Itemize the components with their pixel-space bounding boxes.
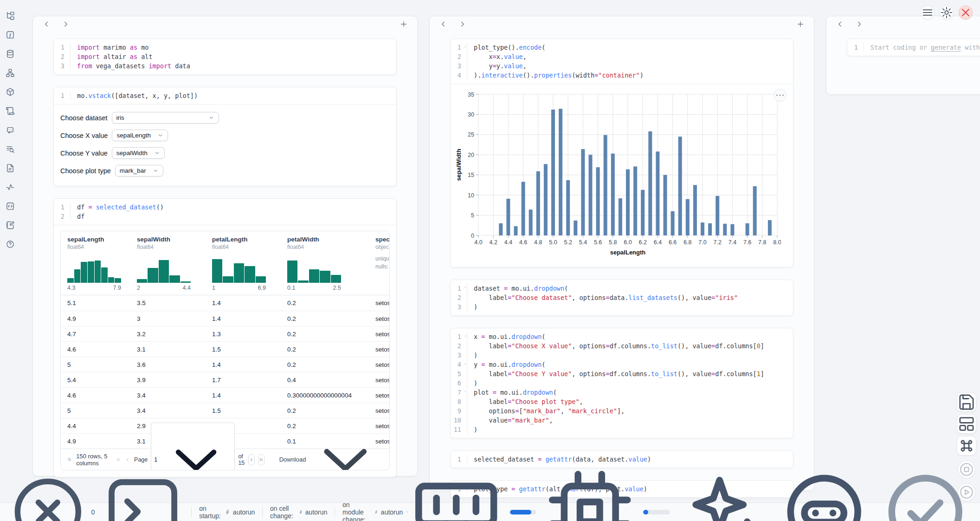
chart-bar[interactable] (693, 185, 697, 235)
choose-x-value-select[interactable]: sepalLength (112, 130, 168, 141)
save-button[interactable] (957, 392, 976, 412)
column-name[interactable]: speci (375, 236, 377, 243)
code-editor[interactable]: 1import marimo as mo2import altair as al… (54, 39, 396, 74)
code-editor[interactable]: 1⌄plot_type().encode(2 x=x.value,3 y=y.v… (451, 39, 793, 84)
fold-chevron-icon[interactable]: ⌄ (464, 285, 466, 289)
table-row[interactable]: 5.13.51.40.2setos (61, 295, 389, 311)
chart-bar[interactable] (648, 131, 652, 235)
shutdown-button[interactable] (959, 6, 973, 20)
cell-vstack[interactable]: 1mo.vstack([dataset, x, y, plot]) Choose… (53, 87, 397, 186)
chart-bar[interactable] (626, 169, 630, 235)
chart-bar[interactable] (730, 224, 734, 235)
errors-indicator[interactable]: 0 (7, 471, 95, 521)
sidebar-database-button[interactable] (4, 47, 17, 60)
column-2-prev-button[interactable] (439, 20, 447, 28)
table-row[interactable]: 4.931.40.2setos (61, 311, 389, 326)
sidebar-notebook-edit-button[interactable] (4, 219, 17, 232)
chart-bar[interactable] (686, 199, 690, 235)
fold-chevron-icon[interactable]: ⌄ (464, 44, 466, 48)
column-2-add-cell-button[interactable] (796, 20, 805, 28)
chart-bar[interactable] (514, 226, 518, 235)
chart-bar[interactable] (536, 171, 540, 235)
column-1-add-cell-button[interactable] (400, 20, 408, 28)
chart-bar[interactable] (596, 167, 600, 235)
chart-bar[interactable] (746, 223, 749, 235)
choose-plot-type-select[interactable]: mark_bar (115, 165, 163, 176)
sidebar-package-button[interactable] (4, 85, 17, 98)
chart-bar[interactable] (678, 137, 682, 235)
layout-toggle-button[interactable] (957, 414, 976, 434)
notebook-menu-button[interactable] (921, 6, 935, 20)
sidebar-snippets-button[interactable] (4, 200, 17, 213)
chart-bar[interactable] (671, 211, 675, 235)
column-2-next-button[interactable] (458, 20, 467, 28)
fold-chevron-icon[interactable]: ⌄ (464, 333, 466, 337)
chart-bar[interactable] (619, 198, 622, 235)
page-select[interactable]: 1 (151, 423, 235, 470)
chart-bar[interactable] (581, 149, 585, 235)
sidebar-chat-bot-button[interactable] (4, 124, 17, 137)
sidebar-help-circle-button[interactable] (4, 238, 17, 251)
chart-bar[interactable] (559, 109, 562, 235)
chart-actions-button[interactable] (774, 89, 787, 102)
chart-bar[interactable] (708, 223, 712, 235)
chart-bar[interactable] (529, 209, 533, 235)
chart-bar[interactable] (611, 154, 615, 235)
chart-bar[interactable] (664, 175, 667, 235)
connection-status-button[interactable] (878, 464, 973, 521)
runtime-config-0[interactable]: on startup:autorun (199, 505, 255, 520)
fold-chevron-icon[interactable]: ⌄ (464, 361, 466, 365)
next-page-button[interactable] (248, 454, 255, 465)
table-row[interactable]: 4.73.21.30.2setos (61, 326, 389, 341)
prev-page-button[interactable] (124, 454, 131, 465)
table-row[interactable]: 4.63.41.40.30000000000000004setos (61, 387, 389, 403)
search-icon[interactable] (67, 456, 71, 463)
cell-xy-plot-dropdowns[interactable]: 1⌄x = mo.ui.dropdown(2 label="Choose X v… (450, 328, 793, 438)
table-row[interactable]: 4.63.11.50.2setos (61, 341, 389, 357)
sidebar-log-search-button[interactable] (4, 143, 17, 156)
copilot-button[interactable] (777, 464, 871, 521)
sidebar-file-tree-button[interactable] (4, 9, 17, 22)
chart-bar[interactable] (633, 167, 637, 236)
chart-bar[interactable] (551, 110, 555, 235)
sidebar-function-square-button[interactable]: f (4, 28, 17, 41)
ai-assistant-button[interactable] (676, 464, 771, 521)
chart-bar[interactable] (506, 199, 510, 235)
command-palette-button[interactable] (957, 436, 976, 456)
chart-bar[interactable] (768, 220, 772, 235)
cell-dataset-dropdown[interactable]: 1⌄dataset = mo.ui.dropdown(2 label="Choo… (450, 280, 793, 316)
settings-button[interactable] (940, 6, 954, 20)
first-page-button[interactable] (115, 454, 122, 465)
sidebar-activity-button[interactable] (4, 181, 17, 194)
cell-empty[interactable]: 1 Start coding or generate with AI (847, 39, 980, 56)
chart-bar[interactable] (656, 151, 659, 235)
column-name[interactable]: petalWidth (287, 236, 361, 243)
column-name[interactable]: sepalLength (67, 236, 123, 243)
fold-chevron-icon[interactable]: ⌄ (464, 389, 466, 393)
sidebar-document-button[interactable] (4, 162, 17, 175)
last-page-button[interactable] (258, 454, 264, 465)
terminal-button[interactable] (101, 470, 185, 521)
table-row[interactable]: 53.41.50.2setos (61, 403, 389, 418)
column-name[interactable]: petalLength (212, 236, 273, 243)
column-1-prev-button[interactable] (42, 20, 51, 28)
column-3-prev-button[interactable] (836, 20, 844, 28)
column-1-next-button[interactable] (62, 20, 70, 28)
sidebar-scroll-button[interactable] (4, 104, 17, 117)
chart-bar[interactable] (716, 196, 719, 235)
cell-plot[interactable]: 1⌄plot_type().encode(2 x=x.value,3 y=y.v… (450, 39, 793, 267)
cell-imports[interactable]: 1import marimo as mo2import altair as al… (53, 39, 397, 75)
generate-with-ai-link[interactable]: generate (931, 44, 961, 51)
table-row[interactable]: 5.43.91.70.4setos (61, 372, 389, 387)
code-editor[interactable]: 1 Start coding or generate with AI (847, 39, 980, 56)
chart-bar[interactable] (522, 182, 525, 236)
chart-bar[interactable] (589, 155, 593, 235)
code-editor[interactable]: 1mo.vstack([dataset, x, y, plot]) (54, 87, 396, 104)
chart-bar[interactable] (753, 186, 757, 235)
table-row[interactable]: 53.61.40.2setos (61, 357, 389, 372)
empty-cell-placeholder[interactable]: Start coding or generate with AI (864, 43, 980, 52)
chart-bar[interactable] (566, 180, 570, 235)
chart-bar[interactable] (604, 135, 607, 235)
chart-bar[interactable] (544, 164, 548, 235)
choose-dataset-select[interactable]: iris (112, 112, 219, 124)
